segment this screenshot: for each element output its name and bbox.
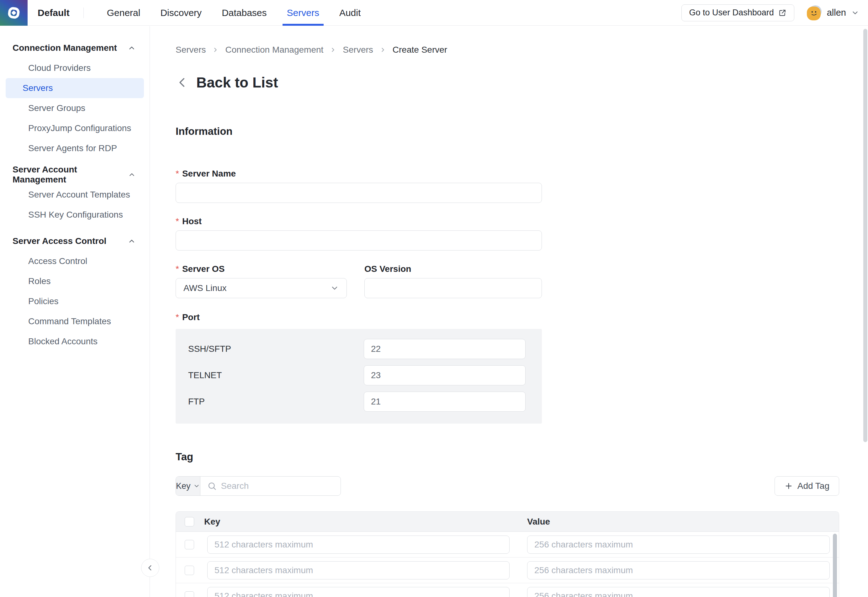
workspace-name: Default [38,7,70,18]
row-checkbox[interactable] [185,591,194,597]
filter-field-dropdown[interactable]: Key [176,477,201,495]
chevron-left-icon[interactable] [175,76,189,89]
row-checkbox[interactable] [185,540,194,549]
sidebar-section-title: Server Account Management [13,165,128,185]
chevron-down-icon [193,483,200,489]
add-tag-button-label: Add Tag [797,481,829,491]
main-content: Servers Connection Management Servers Cr… [150,26,868,597]
server-os-select[interactable]: AWS Linux [175,278,347,298]
tag-filter-group: Key [175,476,341,496]
telnet-port-input[interactable] [364,365,526,385]
sidebar-item-roles[interactable]: Roles [6,271,144,291]
row-checkbox[interactable] [185,566,194,575]
sidebar-section-server-account-management: Server Account Management Server Account… [0,167,150,225]
key-column-header: Key [204,517,220,527]
external-link-icon [778,9,786,17]
tag-value-input[interactable] [527,561,830,579]
chevron-right-icon [379,46,386,53]
sidebar-item-blocked-accounts[interactable]: Blocked Accounts [6,331,144,352]
sidebar-item-policies[interactable]: Policies [6,291,144,311]
information-section-title: Information [175,125,839,138]
port-row-telnet: TELNET [175,365,542,385]
chevron-up-icon [128,237,136,245]
port-label: * Port [175,312,839,323]
host-label: * Host [175,216,839,227]
sidebar-collapse-button[interactable] [141,559,159,577]
required-marker: * [175,312,179,323]
chevron-down-icon [330,284,339,293]
tag-table-row [176,532,839,557]
value-column-header: Value [527,517,550,527]
tag-value-input[interactable] [527,587,830,597]
ssh-sftp-port-input[interactable] [364,339,526,359]
sidebar-section-connection-management: Connection Management Cloud Providers Se… [0,40,150,158]
server-name-label: * Server Name [175,168,839,179]
user-menu[interactable]: allen [807,5,859,20]
select-all-checkbox[interactable] [185,517,194,526]
ftp-label: FTP [175,397,364,407]
required-marker: * [175,264,179,274]
os-row: * Server OS AWS Linux OS Version [175,264,839,298]
sidebar-section-title: Connection Management [13,43,117,53]
sidebar-item-server-agents-for-rdp[interactable]: Server Agents for RDP [6,138,144,158]
header-right: Go to User Dashboard allen [681,4,868,21]
tab-databases[interactable]: Databases [212,0,276,26]
tag-value-input[interactable] [527,536,830,554]
tab-general[interactable]: General [97,0,150,26]
sidebar-item-proxyjump-configurations[interactable]: ProxyJump Configurations [6,118,144,138]
tab-servers[interactable]: Servers [277,0,329,26]
chevron-down-icon [851,9,859,17]
page-scrollbar[interactable] [863,29,867,442]
tag-search-input[interactable] [221,481,334,491]
table-scrollbar[interactable] [833,534,837,597]
breadcrumb-create-server: Create Server [392,45,447,55]
sidebar-item-ssh-key-configurations[interactable]: SSH Key Configurations [6,205,144,225]
sidebar: Connection Management Cloud Providers Se… [0,26,150,597]
plus-icon [784,482,793,490]
sidebar-section-header-connection-management[interactable]: Connection Management [0,40,150,55]
search-icon [207,481,217,491]
tag-toolbar: Key Add Tag [175,476,839,496]
sidebar-item-server-account-templates[interactable]: Server Account Templates [6,185,144,205]
tag-key-input[interactable] [207,561,510,579]
breadcrumb: Servers Connection Management Servers Cr… [175,45,839,55]
tag-key-input[interactable] [207,587,510,597]
page-title: Back to List [196,74,278,91]
tab-discovery[interactable]: Discovery [150,0,212,26]
breadcrumb-connection-management[interactable]: Connection Management [225,45,323,55]
breadcrumb-servers-2[interactable]: Servers [343,45,373,55]
chevron-up-icon [128,44,136,52]
sidebar-item-servers[interactable]: Servers [6,78,144,98]
os-version-input[interactable] [364,278,542,298]
server-os-selected-value: AWS Linux [183,283,226,293]
add-tag-button[interactable]: Add Tag [774,476,839,496]
tag-search-area [201,477,341,495]
sidebar-section-header-server-access-control[interactable]: Server Access Control [0,233,150,249]
logo-icon [7,6,21,20]
sidebar-item-cloud-providers[interactable]: Cloud Providers [6,58,144,78]
user-name: allen [827,7,846,18]
server-name-input[interactable] [175,183,542,203]
sidebar-section-header-server-account-management[interactable]: Server Account Management [0,167,150,182]
telnet-label: TELNET [175,370,364,380]
host-input[interactable] [175,230,542,251]
breadcrumb-servers[interactable]: Servers [175,45,206,55]
sidebar-item-server-groups[interactable]: Server Groups [6,98,144,118]
chevron-right-icon [330,46,336,53]
app-logo[interactable] [0,0,28,26]
tag-section-title: Tag [175,451,839,463]
tag-table-row [176,583,839,597]
chevron-right-icon [212,46,219,53]
chevron-left-icon [146,563,155,572]
avatar [807,5,822,20]
port-row-ssh-sftp: SSH/SFTP [175,339,542,359]
tab-audit[interactable]: Audit [329,0,371,26]
required-marker: * [175,168,179,179]
go-to-user-dashboard-button[interactable]: Go to User Dashboard [681,4,794,21]
ftp-port-input[interactable] [364,392,526,412]
sidebar-item-access-control[interactable]: Access Control [6,251,144,271]
sidebar-item-command-templates[interactable]: Command Templates [6,311,144,331]
tag-key-input[interactable] [207,536,510,554]
top-nav: General Discovery Databases Servers Audi… [97,0,371,26]
back-to-list[interactable]: Back to List [175,73,839,92]
